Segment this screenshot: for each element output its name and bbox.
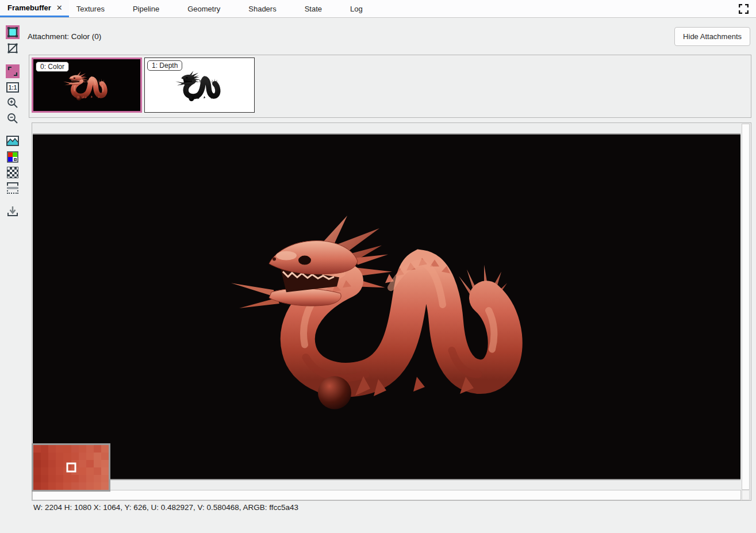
attachment-label: Attachment: Color (0) — [28, 32, 101, 41]
magnifier-pixel — [86, 467, 94, 475]
magnifier-pixel — [71, 453, 79, 460]
magnifier-pixel — [33, 460, 41, 467]
magnifier-pixel — [94, 475, 101, 482]
magnifier-pixel — [56, 460, 63, 467]
magnifier-pixel — [48, 453, 56, 460]
magnifier-pixel — [79, 467, 86, 475]
magnifier-pixel — [86, 453, 94, 460]
magnifier-pixel — [48, 445, 56, 453]
pixel-info-text: W: 2204 H: 1080 X: 1064, Y: 626, U: 0.48… — [33, 503, 298, 512]
status-bar: W: 2204 H: 1080 X: 1064, Y: 626, U: 0.48… — [33, 503, 298, 512]
magnifier-pixel — [33, 453, 41, 460]
magnifier-pixel — [101, 467, 109, 475]
image-canvas[interactable] — [33, 133, 740, 480]
image-view-button[interactable] — [6, 134, 20, 148]
tab-pipeline[interactable]: Pipeline — [133, 0, 159, 17]
tab-log-label: Log — [350, 5, 363, 13]
rgba-channels-icon — [7, 151, 18, 163]
tab-spacer — [69, 0, 76, 17]
horizontal-scrollbar[interactable] — [32, 490, 741, 500]
zoom-out-button[interactable] — [6, 112, 20, 125]
magnifier-pixel — [56, 445, 63, 453]
magnifier-pixel — [79, 445, 86, 453]
hide-attachments-button[interactable]: Hide Attachments — [674, 27, 750, 46]
magnifier-pixel — [63, 445, 71, 453]
magnifier-pixel — [63, 475, 71, 482]
magnifier-pixel — [41, 453, 48, 460]
magnifier-pixel — [41, 467, 48, 475]
magnifier-pixel — [63, 453, 71, 460]
magnifier-pixel — [71, 482, 79, 490]
framebuffer-viewer-window: Framebuffer ✕ Textures Pipeline Geometry… — [0, 0, 756, 533]
save-image-icon — [7, 205, 18, 217]
tab-textures-label: Textures — [76, 5, 105, 13]
fit-window-button[interactable] — [6, 64, 20, 78]
magnifier-pixel — [41, 482, 48, 490]
magnifier-pixel — [63, 482, 71, 490]
tab-log[interactable]: Log — [350, 0, 363, 17]
magnifier-pixel — [33, 467, 41, 475]
zoom-in-button[interactable] — [6, 96, 20, 110]
tab-textures[interactable]: Textures — [76, 0, 105, 17]
alpha-checker-button[interactable] — [6, 166, 20, 179]
attachment-header: Attachment: Color (0) Hide Attachments — [26, 18, 756, 55]
rgba-channels-button[interactable] — [6, 150, 20, 164]
vertical-scrollbar[interactable] — [742, 124, 750, 490]
flip-vertical-button[interactable] — [6, 181, 20, 195]
magnifier-pixel — [79, 453, 86, 460]
zoom-in-icon — [7, 97, 18, 109]
save-image-button[interactable] — [6, 204, 20, 218]
attachment-thumb-depth[interactable]: 1: Depth — [144, 57, 255, 113]
magnifier-pixel — [56, 475, 63, 482]
viewer-toolbar: 1:1 — [0, 18, 26, 533]
tab-close-icon[interactable]: ✕ — [56, 3, 63, 12]
pixel-magnifier — [32, 443, 110, 492]
magnifier-pixel — [94, 445, 101, 453]
image-viewport — [32, 122, 751, 501]
magnifier-pixel — [33, 445, 41, 453]
region-none-icon — [7, 43, 18, 54]
tab-pipeline-label: Pipeline — [133, 5, 159, 13]
magnifier-pixel — [33, 475, 41, 482]
magnifier-pixel — [101, 460, 109, 467]
region-none-button[interactable] — [6, 41, 20, 55]
magnifier-pixel — [41, 475, 48, 482]
scrollbar-corner — [742, 490, 750, 500]
attachment-thumb-depth-label: 1: Depth — [147, 60, 182, 71]
attachments-panel: 0: Color 1: Depth — [29, 55, 751, 118]
magnifier-pixel — [101, 445, 109, 453]
tab-geometry[interactable]: Geometry — [187, 0, 220, 17]
magnifier-pixel — [48, 460, 56, 467]
tab-shaders-label: Shaders — [248, 5, 276, 13]
magnifier-pixel — [101, 453, 109, 460]
tab-shaders[interactable]: Shaders — [248, 0, 276, 17]
magnifier-pixel — [48, 467, 56, 475]
tab-framebuffer[interactable]: Framebuffer ✕ — [0, 0, 69, 17]
fullscreen-button[interactable] — [739, 0, 749, 17]
fullscreen-icon — [739, 4, 749, 14]
flip-vertical-icon — [7, 182, 18, 194]
magnifier-pixel — [101, 475, 109, 482]
tab-state[interactable]: State — [305, 0, 322, 17]
tab-bar: Framebuffer ✕ Textures Pipeline Geometry… — [0, 0, 756, 18]
magnifier-pixel — [101, 482, 109, 490]
magnifier-pixel — [94, 482, 101, 490]
region-color-button[interactable] — [6, 25, 20, 39]
zoom-out-icon — [7, 113, 18, 124]
magnifier-reticle — [66, 463, 76, 473]
actual-size-button[interactable]: 1:1 — [6, 80, 20, 94]
actual-size-icon: 1:1 — [6, 82, 19, 93]
magnifier-pixel — [71, 445, 79, 453]
magnifier-pixel — [86, 460, 94, 467]
attachment-thumb-color[interactable]: 0: Color — [32, 57, 142, 113]
magnifier-pixel — [86, 475, 94, 482]
magnifier-pixel — [56, 482, 63, 490]
magnifier-pixel — [94, 460, 101, 467]
magnifier-pixel — [86, 482, 94, 490]
magnifier-pixel — [94, 467, 101, 475]
magnifier-pixel — [41, 445, 48, 453]
attachment-thumb-color-label: 0: Color — [36, 62, 69, 72]
magnifier-pixel — [41, 460, 48, 467]
magnifier-pixel — [33, 482, 41, 490]
magnifier-pixel — [79, 475, 86, 482]
